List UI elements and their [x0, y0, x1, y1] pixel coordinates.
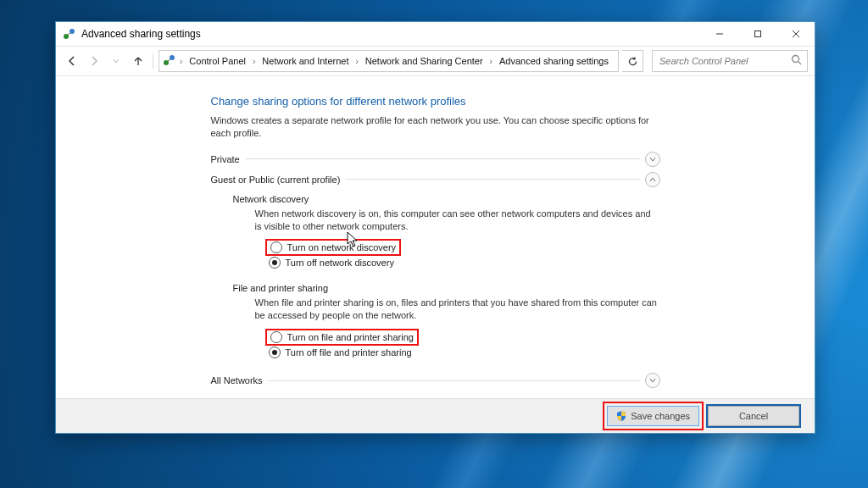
radio-nd-on-label: Turn on network discovery	[287, 242, 397, 252]
radio-fp-off-label: Turn off file and printer sharing	[286, 347, 412, 358]
search-input[interactable]	[652, 50, 808, 72]
forward-button[interactable]	[85, 52, 103, 70]
network-sharing-icon	[63, 27, 76, 41]
section-private: Private	[211, 152, 660, 167]
rule	[268, 380, 640, 381]
breadcrumb-seg-network-internet[interactable]: Network and Internet	[259, 54, 352, 68]
breadcrumb-seg-control-panel[interactable]: Control Panel	[186, 54, 249, 68]
page-title: Change sharing options for different net…	[211, 95, 660, 108]
save-changes-button[interactable]: Save changes	[607, 406, 699, 426]
chevron-up-icon[interactable]	[645, 172, 660, 187]
rule	[345, 179, 639, 180]
radio-nd-off[interactable]	[269, 257, 281, 269]
separator	[153, 53, 153, 69]
chevron-right-icon[interactable]: ›	[488, 57, 494, 66]
nav-row: › Control Panel › Network and Internet ›…	[56, 47, 815, 76]
network-sharing-icon	[163, 53, 176, 69]
section-head-private[interactable]: Private	[211, 152, 660, 167]
search-icon[interactable]	[791, 54, 802, 68]
section-label-all: All Networks	[211, 375, 263, 385]
svg-line-9	[798, 62, 802, 65]
page-subtitle: Windows creates a separate network profi…	[211, 114, 660, 140]
footer: Save changes Cancel	[56, 398, 815, 433]
breadcrumb-dropdown[interactable]	[614, 56, 619, 66]
titlebar: Advanced sharing settings	[56, 22, 815, 47]
section-all-networks: All Networks	[211, 373, 660, 388]
chevron-down-icon[interactable]	[645, 152, 660, 167]
breadcrumb[interactable]: › Control Panel › Network and Internet ›…	[159, 50, 619, 72]
radio-nd-on[interactable]	[270, 241, 282, 253]
radio-nd-on-row[interactable]: Turn on network discovery	[269, 239, 660, 256]
highlight-nd-on: Turn on network discovery	[265, 239, 402, 256]
chevron-down-icon[interactable]	[645, 373, 660, 388]
minimize-button[interactable]	[700, 22, 738, 46]
breadcrumb-seg-network-sharing-center[interactable]: Network and Sharing Center	[362, 54, 487, 68]
section-label-private: Private	[211, 154, 240, 164]
radio-fp-on-label: Turn on file and printer sharing	[287, 332, 414, 342]
radio-fp-on-row[interactable]: Turn on file and printer sharing	[269, 329, 660, 346]
radios-network-discovery: Turn on network discovery Turn off netwo…	[269, 239, 660, 269]
close-button[interactable]	[776, 22, 815, 46]
section-guest-public: Guest or Public (current profile) Networ…	[211, 172, 660, 359]
window-title: Advanced sharing settings	[81, 28, 700, 40]
recent-dropdown[interactable]	[107, 52, 125, 70]
rule	[245, 158, 640, 159]
chevron-right-icon[interactable]: ›	[353, 57, 359, 66]
cancel-label: Cancel	[739, 411, 768, 421]
radio-fp-on[interactable]	[270, 331, 282, 343]
svg-point-8	[793, 56, 799, 63]
section-label-guest: Guest or Public (current profile)	[211, 175, 341, 185]
search-field[interactable]	[658, 55, 791, 67]
desc-network-discovery: When network discovery is on, this compu…	[255, 208, 660, 233]
save-changes-label: Save changes	[631, 411, 690, 421]
highlight-fp-on: Turn on file and printer sharing	[265, 329, 419, 346]
up-button[interactable]	[129, 52, 147, 70]
subhead-file-printer: File and printer sharing	[233, 283, 660, 293]
window-buttons	[700, 22, 815, 46]
radio-nd-off-row[interactable]: Turn off network discovery	[269, 256, 660, 269]
refresh-button[interactable]	[622, 50, 643, 72]
svg-rect-3	[754, 31, 760, 37]
radio-fp-off-row[interactable]: Turn off file and printer sharing	[269, 346, 660, 359]
content-area: Change sharing options for different net…	[56, 76, 815, 398]
maximize-button[interactable]	[738, 22, 776, 46]
uac-shield-icon	[616, 411, 626, 421]
breadcrumb-seg-advanced-sharing[interactable]: Advanced sharing settings	[496, 54, 612, 68]
section-head-all[interactable]: All Networks	[211, 373, 660, 388]
chevron-right-icon[interactable]: ›	[178, 57, 184, 66]
subhead-network-discovery: Network discovery	[233, 194, 660, 204]
radio-fp-off[interactable]	[269, 347, 281, 358]
radio-nd-off-label: Turn off network discovery	[286, 258, 394, 268]
radios-file-printer: Turn on file and printer sharing Turn of…	[269, 329, 660, 359]
chevron-right-icon[interactable]: ›	[251, 57, 257, 66]
cancel-button[interactable]: Cancel	[708, 406, 799, 426]
desc-file-printer: When file and printer sharing is on, fil…	[255, 297, 660, 322]
window: Advanced sharing settings › Control Pane…	[55, 21, 815, 434]
section-head-guest[interactable]: Guest or Public (current profile)	[211, 172, 660, 187]
back-button[interactable]	[63, 52, 81, 70]
